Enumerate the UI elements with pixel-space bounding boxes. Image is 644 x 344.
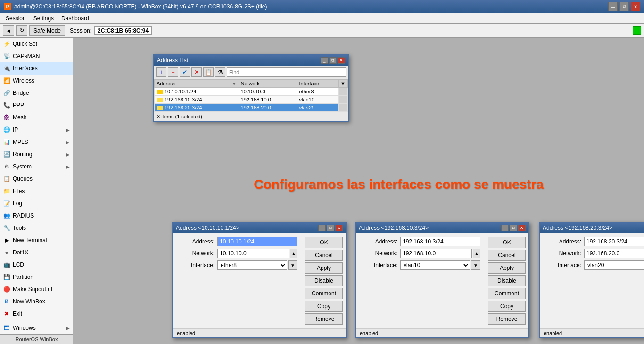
- table-row[interactable]: 10.10.10.1/24 10.10.10.0 ether8: [155, 88, 348, 96]
- supout-icon: 🔴: [3, 285, 10, 293]
- network-col-header[interactable]: Network: [239, 80, 297, 88]
- sidebar-item-mesh[interactable]: 🕸 Mesh: [0, 111, 73, 124]
- sidebar-item-capsman[interactable]: 📡 CAPsMAN: [0, 50, 73, 62]
- sidebar-label-radius: RADIUS: [13, 212, 70, 219]
- dialog1-disable-button[interactable]: Disable: [305, 275, 343, 286]
- filter-address-button[interactable]: ⚗: [215, 67, 225, 77]
- scroll-cell: [339, 88, 348, 96]
- sidebar-item-mpls[interactable]: 📊 MPLS ▶: [0, 136, 73, 148]
- sidebar-item-windows[interactable]: 🗔 Windows ▶: [0, 322, 73, 334]
- table-row[interactable]: 192.168.20.3/24 192.168.20.0 vlan20: [155, 104, 348, 112]
- network-input-3[interactable]: [584, 249, 644, 258]
- menu-session[interactable]: Session: [2, 14, 30, 23]
- sidebar-item-system[interactable]: ⚙ System ▶: [0, 160, 73, 173]
- disable-address-button[interactable]: ✕: [191, 67, 202, 77]
- sidebar-item-files[interactable]: 📁 Files: [0, 185, 73, 197]
- restore-button[interactable]: ⧉: [619, 2, 629, 11]
- address-input-1[interactable]: [217, 237, 297, 246]
- minimize-button[interactable]: —: [608, 2, 618, 11]
- dot1x-icon: ●: [3, 249, 10, 256]
- dialog2-ok-button[interactable]: OK: [488, 237, 526, 248]
- dialog2-cancel-button[interactable]: Cancel: [488, 250, 526, 261]
- scroll-cell: [339, 104, 348, 112]
- table-row[interactable]: 192.168.10.3/24 192.168.10.0 vlan10: [155, 96, 348, 104]
- interface-select-2[interactable]: vlan10: [400, 260, 470, 270]
- dialog2-close[interactable]: ✕: [518, 225, 526, 231]
- sidebar-item-bridge[interactable]: 🔗 Bridge: [0, 87, 73, 99]
- address-list-controls[interactable]: _ ⧉ ✕: [321, 57, 345, 64]
- enable-address-button[interactable]: ✔: [180, 67, 190, 77]
- address-input-3[interactable]: [584, 237, 644, 246]
- title-bar: R admin@2C:C8:1B:65:8C:94 (RB ARCO NORTE…: [0, 0, 644, 13]
- dialog1-comment-button[interactable]: Comment: [305, 288, 343, 299]
- sidebar-item-routing[interactable]: 🔄 Routing ▶: [0, 148, 73, 160]
- log-icon: 📝: [3, 200, 10, 207]
- ppp-icon: 📞: [3, 101, 10, 109]
- sidebar-item-log[interactable]: 📝 Log: [0, 197, 73, 210]
- dialog1-restore[interactable]: ⧉: [327, 225, 334, 231]
- dialog2-remove-button[interactable]: Remove: [488, 313, 526, 325]
- sidebar-item-lcd[interactable]: 📺 LCD: [0, 259, 73, 271]
- address-list-restore[interactable]: ⧉: [329, 57, 337, 64]
- sidebar-item-radius[interactable]: 👥 RADIUS: [0, 210, 73, 222]
- interface-select-btn-1[interactable]: ▼: [288, 260, 297, 270]
- network-input-1[interactable]: [217, 249, 289, 258]
- address-dialog-2-controls[interactable]: _ ⧉ ✕: [501, 225, 526, 231]
- sidebar-item-dot1x[interactable]: ● Dot1X: [0, 246, 73, 259]
- sidebar-item-queues[interactable]: 📋 Queues: [0, 173, 73, 185]
- sidebar-item-partition[interactable]: 💾 Partition: [0, 271, 73, 283]
- dialog1-close[interactable]: ✕: [335, 225, 343, 231]
- add-address-button[interactable]: +: [156, 67, 166, 77]
- interface-select-btn-2[interactable]: ▼: [471, 260, 480, 270]
- interface-select-1[interactable]: ether8: [217, 260, 287, 270]
- menu-settings[interactable]: Settings: [30, 14, 58, 23]
- dialog2-comment-button[interactable]: Comment: [488, 288, 526, 299]
- title-bar-controls[interactable]: — ⧉ ✕: [608, 2, 640, 11]
- sidebar-item-wireless[interactable]: 📶 Wireless: [0, 75, 73, 87]
- sidebar-item-exit[interactable]: ✖ Exit: [0, 308, 73, 320]
- dialog2-copy-button[interactable]: Copy: [488, 301, 526, 312]
- interface-select-3[interactable]: vlan20: [584, 260, 644, 270]
- menu-dashboard[interactable]: Dashboard: [58, 14, 93, 23]
- address-list-minimize[interactable]: _: [321, 57, 328, 64]
- dialog1-ok-button[interactable]: OK: [305, 237, 343, 248]
- dialog2-apply-button[interactable]: Apply: [488, 262, 526, 274]
- safe-mode-button[interactable]: Safe Mode: [29, 25, 65, 36]
- refresh-button[interactable]: ↻: [16, 25, 27, 36]
- network-up-btn-1[interactable]: ▲: [290, 249, 297, 258]
- network-up-btn-2[interactable]: ▲: [473, 249, 480, 258]
- sidebar-item-tools[interactable]: 🔧 Tools: [0, 222, 73, 234]
- address-list-titlebar[interactable]: Address List _ ⧉ ✕: [154, 55, 348, 66]
- sidebar-item-quick-set[interactable]: ⚡ Quick Set: [0, 38, 73, 50]
- dialog1-apply-button[interactable]: Apply: [305, 262, 343, 274]
- address-dialog-2-titlebar[interactable]: Address <192.168.10.3/24> _ ⧉ ✕: [356, 223, 528, 233]
- address-col-header[interactable]: Address ▼: [155, 80, 239, 88]
- sidebar-item-make-supout[interactable]: 🔴 Make Supout.rif: [0, 283, 73, 295]
- address-list-search[interactable]: [227, 67, 346, 77]
- back-button[interactable]: ◄: [3, 25, 14, 36]
- address-list-close[interactable]: ✕: [338, 57, 345, 64]
- dialog1-copy-button[interactable]: Copy: [305, 301, 343, 312]
- address-table-scroll[interactable]: Address ▼ Network Interface ▼: [154, 79, 348, 112]
- dialog1-remove-button[interactable]: Remove: [305, 313, 343, 325]
- address-dialog-1-controls[interactable]: _ ⧉ ✕: [318, 225, 343, 231]
- sidebar-item-interfaces[interactable]: 🔌 Interfaces: [0, 62, 73, 75]
- dialog1-minimize[interactable]: _: [318, 225, 326, 231]
- network-input-2[interactable]: [400, 249, 472, 258]
- sidebar-item-new-winbox[interactable]: 🖥 New WinBox: [0, 295, 73, 308]
- address-dialog-3-titlebar[interactable]: Address <192.168.20.3/24> _ ⧉ ✕: [540, 223, 644, 233]
- copy-address-button[interactable]: 📋: [203, 67, 214, 77]
- dialog2-disable-button[interactable]: Disable: [488, 275, 526, 286]
- sidebar-label-ppp: PPP: [13, 102, 70, 109]
- dialog2-restore[interactable]: ⧉: [510, 225, 517, 231]
- remove-address-button[interactable]: −: [168, 67, 178, 77]
- address-dialog-1-titlebar[interactable]: Address <10.10.10.1/24> _ ⧉ ✕: [173, 223, 346, 233]
- close-button[interactable]: ✕: [631, 2, 640, 11]
- dialog2-minimize[interactable]: _: [501, 225, 509, 231]
- sidebar-item-ppp[interactable]: 📞 PPP: [0, 99, 73, 111]
- address-input-2[interactable]: [400, 237, 480, 246]
- sidebar-item-new-terminal[interactable]: ▶ New Terminal: [0, 234, 73, 246]
- dialog1-cancel-button[interactable]: Cancel: [305, 250, 343, 261]
- sidebar-item-ip[interactable]: 🌐 IP ▶: [0, 124, 73, 136]
- interface-col-header[interactable]: Interface: [297, 80, 339, 88]
